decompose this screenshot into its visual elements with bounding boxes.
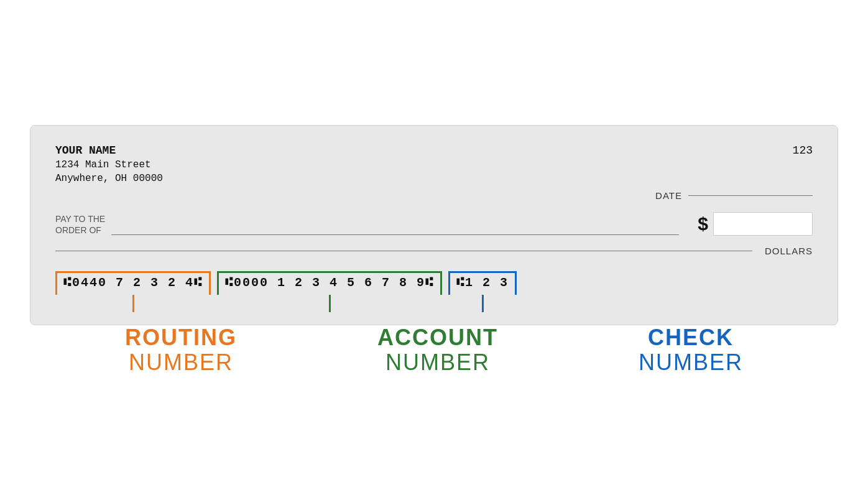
amount-box	[713, 212, 813, 236]
account-label-line2: NUMBER	[386, 350, 490, 375]
account-bracket-box: ⑆0000 1 2 3 4 5 6 7 8 9⑆	[217, 271, 442, 295]
date-line	[688, 195, 813, 196]
check-label-line2: NUMBER	[639, 350, 743, 375]
routing-label-line2: NUMBER	[129, 350, 233, 375]
check-bracket-group: ⑆1 2 3	[448, 271, 517, 312]
account-label-line1: ACCOUNT	[377, 325, 498, 350]
dollars-line	[55, 251, 752, 251]
routing-label: ROUTING NUMBER	[125, 325, 237, 374]
routing-stem	[132, 295, 134, 312]
check: YOUR NAME 1234 Main Street Anywhere, OH …	[30, 125, 838, 325]
check-address2: Anywhere, OH 00000	[55, 173, 163, 184]
check-stem	[482, 295, 484, 312]
routing-label-line1: ROUTING	[125, 325, 237, 350]
routing-micr-text: ⑆0440 7 2 3 2 4⑆	[63, 275, 203, 290]
account-label: ACCOUNT NUMBER	[377, 325, 498, 374]
pay-to-line	[111, 234, 679, 235]
account-micr-text: ⑆0000 1 2 3 4 5 6 7 8 9⑆	[225, 275, 434, 290]
check-header: YOUR NAME 1234 Main Street Anywhere, OH …	[55, 144, 813, 184]
check-number: 123	[793, 144, 813, 157]
routing-bracket-box: ⑆0440 7 2 3 2 4⑆	[55, 271, 211, 295]
dollars-label: DOLLARS	[759, 246, 813, 256]
micr-brackets-row: ⑆0440 7 2 3 2 4⑆ ⑆0000 1 2 3 4 5 6 7 8 9…	[55, 271, 813, 312]
date-label: DATE	[655, 190, 682, 201]
account-bracket-group: ⑆0000 1 2 3 4 5 6 7 8 9⑆	[217, 271, 442, 312]
account-stem	[329, 295, 331, 312]
page-wrapper: YOUR NAME 1234 Main Street Anywhere, OH …	[17, 125, 851, 374]
check-address1: 1234 Main Street	[55, 159, 163, 170]
dollars-row: DOLLARS	[55, 246, 813, 256]
pay-to-label: PAY TO THEORDER OF	[55, 213, 105, 236]
date-row: DATE	[55, 190, 813, 201]
name-address-block: YOUR NAME 1234 Main Street Anywhere, OH …	[55, 144, 163, 184]
pay-to-row: PAY TO THEORDER OF $	[55, 212, 813, 236]
dollar-sign: $	[698, 213, 708, 234]
check-micr-text: ⑆1 2 3	[456, 275, 509, 290]
check-label-line1: CHECK	[648, 325, 734, 350]
check-name: YOUR NAME	[55, 144, 163, 157]
check-label: CHECK NUMBER	[639, 325, 743, 374]
routing-bracket-group: ⑆0440 7 2 3 2 4⑆	[55, 271, 211, 312]
check-bracket-box: ⑆1 2 3	[448, 271, 517, 295]
labels-row: ROUTING NUMBER ACCOUNT NUMBER CHECK NUMB…	[30, 325, 838, 374]
dollar-amount-box: $	[698, 212, 813, 236]
